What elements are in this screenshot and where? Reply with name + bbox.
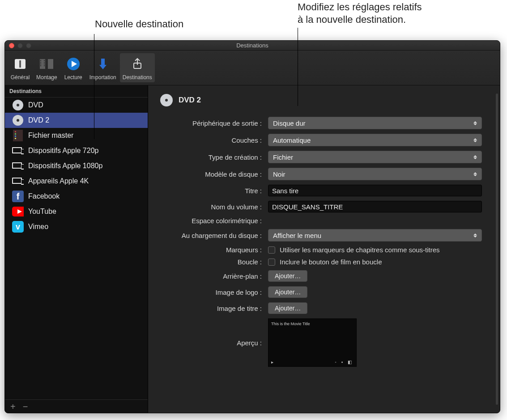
preview-buttons-icon: ◦ ▪ ◧ [335, 360, 354, 365]
background-add-button[interactable]: Ajouter… [268, 270, 307, 282]
facebook-icon: f [12, 191, 24, 202]
title-label: Titre : [160, 187, 262, 195]
import-arrow-icon [94, 55, 112, 73]
svg-rect-26 [15, 138, 16, 139]
background-label: Arrière-plan : [160, 272, 262, 280]
toolbar-editing-label: Montage [36, 74, 57, 81]
svg-rect-5 [40, 62, 41, 63]
sidebar-item-dvd-2[interactable]: DVD 2 [5, 113, 148, 128]
loop-checkbox-label: Inclure le bouton de film en boucle [280, 258, 382, 266]
disc-template-select[interactable]: Noir [268, 168, 482, 180]
window-title: Destinations [5, 42, 500, 49]
preferences-window: Destinations Général Montage Lecture Imp… [4, 40, 500, 413]
markers-checkbox[interactable] [268, 246, 275, 254]
play-icon [64, 55, 82, 73]
toolbar-playback-label: Lecture [64, 74, 82, 81]
build-type-label: Type de création : [160, 153, 262, 161]
volume-name-input[interactable]: DISQUE_SANS_TITRE [268, 201, 482, 212]
callout-new-destination: Nouvelle destination [95, 18, 183, 30]
toolbar-destinations-label: Destinations [123, 74, 152, 81]
svg-rect-6 [40, 64, 41, 64]
youtube-icon [12, 206, 24, 217]
destination-detail-panel: DVD 2 Périphérique de sortie : Disque du… [148, 85, 500, 413]
sidebar-item-label: DVD 2 [28, 116, 49, 124]
title-input[interactable]: Sans tire [268, 185, 482, 196]
devices-icon [12, 160, 24, 172]
chevron-updown-icon [472, 170, 479, 178]
preferences-toolbar: Général Montage Lecture Importation Dest… [5, 51, 500, 85]
volume-name-label: Nom du volume : [160, 203, 262, 211]
toolbar-destinations[interactable]: Destinations [120, 53, 155, 82]
toolbar-import[interactable]: Importation [87, 53, 119, 82]
sidebar-item-vimeo[interactable]: vVimeo [5, 219, 148, 234]
sidebar-list: DVDDVD 2Fichier masterDispositifs Apple … [5, 98, 148, 399]
preview-thumbnail: This is the Movie Title ▸ ◦ ▪ ◧ [268, 318, 357, 367]
svg-rect-34 [21, 165, 24, 169]
build-type-select[interactable]: Fichier [268, 151, 482, 163]
callout-line1: Modifiez les réglages relatifs [298, 1, 422, 13]
sidebar-item-dispositifs-apple-720p[interactable]: Dispositifs Apple 720p [5, 143, 148, 158]
filmstrip-icon [38, 55, 55, 73]
svg-rect-32 [13, 163, 21, 168]
sidebar-item-fichier-master[interactable]: Fichier master [5, 128, 148, 143]
output-device-select[interactable]: Disque dur [268, 117, 482, 129]
sidebar-item-label: YouTube [28, 208, 56, 216]
title-image-label: Image de titre : [160, 305, 262, 312]
on-disc-load-select[interactable]: Afficher le menu [268, 229, 482, 242]
sidebar-item-label: Dispositifs Apple 720p [28, 147, 98, 155]
callout-modify-settings: Modifiez les réglages relatifs à la nouv… [298, 1, 486, 25]
color-space-label: Espace colorimétrique : [160, 217, 262, 225]
detail-title: DVD 2 [179, 96, 201, 105]
svg-rect-30 [21, 149, 24, 153]
svg-rect-7 [40, 65, 41, 66]
layers-select[interactable]: Automatique [268, 134, 482, 146]
sidebar-item-appareils-apple-4k[interactable]: Appareils Apple 4K [5, 174, 148, 189]
loop-checkbox[interactable] [268, 259, 275, 266]
share-icon [128, 55, 146, 73]
sidebar-footer: + − [5, 399, 148, 413]
toolbar-general[interactable]: Général [8, 53, 33, 82]
sidebar-item-label: Dispositifs Apple 1080p [28, 162, 102, 170]
sidebar-item-dvd[interactable]: DVD [5, 98, 148, 113]
preview-movie-title: This is the Movie Title [271, 322, 354, 326]
sidebar-item-facebook[interactable]: fFacebook [5, 189, 148, 204]
disc-icon [12, 99, 24, 111]
toolbar-general-label: Général [11, 74, 30, 81]
svg-point-21 [17, 119, 19, 122]
title-image-add-button[interactable]: Ajouter… [268, 302, 307, 314]
add-destination-button[interactable]: + [10, 402, 16, 411]
window-titlebar: Destinations [5, 41, 500, 51]
callout-pointer-right [298, 28, 298, 106]
svg-rect-23 [15, 131, 16, 132]
svg-rect-8 [44, 60, 45, 61]
svg-rect-22 [13, 130, 23, 141]
toolbar-playback[interactable]: Lecture [61, 53, 86, 82]
callout-line2: à la nouvelle destination. [298, 14, 406, 25]
svg-text:f: f [17, 191, 20, 201]
devices-icon [12, 145, 24, 157]
logo-image-add-button[interactable]: Ajouter… [268, 286, 307, 298]
sidebar-item-dispositifs-apple-1080p[interactable]: Dispositifs Apple 1080p [5, 158, 148, 174]
film-icon [12, 130, 24, 141]
on-disc-load-label: Au chargement du disque : [160, 232, 262, 239]
sidebar-item-label: Vimeo [28, 223, 48, 231]
output-device-label: Périphérique de sortie : [160, 119, 262, 127]
switch-icon [11, 55, 29, 73]
toolbar-import-label: Importation [89, 74, 116, 81]
disc-template-label: Modèle de disque : [160, 170, 262, 178]
destinations-sidebar: Destinations DVDDVD 2Fichier masterDispo… [5, 85, 148, 413]
svg-marker-15 [99, 65, 107, 69]
toolbar-editing[interactable]: Montage [34, 53, 60, 82]
preview-play-icon: ▸ [271, 360, 273, 365]
svg-rect-9 [44, 62, 45, 63]
remove-destination-button[interactable]: − [23, 402, 28, 411]
chevron-updown-icon [472, 119, 479, 127]
svg-point-46 [165, 99, 168, 102]
layers-label: Couches : [160, 136, 262, 144]
chevron-updown-icon [472, 136, 479, 144]
sidebar-item-label: DVD [28, 101, 43, 109]
disc-icon [12, 115, 24, 126]
sidebar-item-label: Facebook [28, 192, 60, 200]
svg-rect-36 [13, 178, 21, 183]
sidebar-item-youtube[interactable]: YouTube [5, 204, 148, 219]
